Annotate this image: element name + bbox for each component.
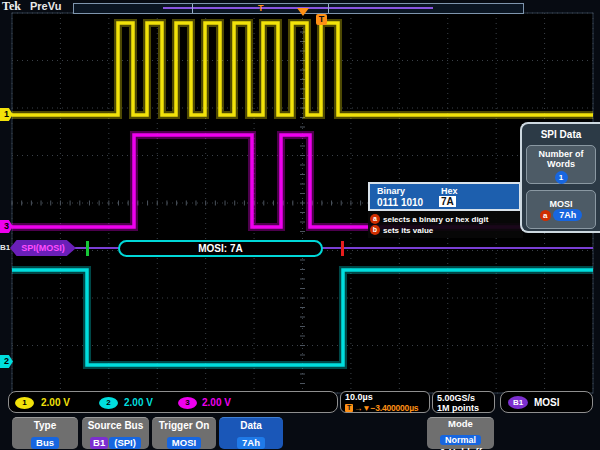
knob-hints: a selects a binary or hex digit b sets i… [368, 211, 523, 238]
timebase-scale: 10.0µs [345, 393, 429, 402]
source-bus-value: (SPI) [109, 437, 141, 449]
expansion-point-caret-icon [297, 8, 309, 16]
side-menu-title: SPI Data [522, 129, 600, 140]
hint-row-b: b sets its value [370, 225, 523, 235]
knob-b-icon: b [370, 225, 380, 235]
window-bracket-left [192, 4, 193, 13]
trigger-delay-readout: T →▼−3.400000µs [345, 403, 429, 413]
bus-readout: B1 MOSI [500, 391, 593, 413]
source-bus-menu-button[interactable]: Source Bus B1(SPI) [82, 417, 149, 449]
mosi-value: 7Ah [553, 209, 582, 221]
mode-value: Normal [440, 435, 481, 445]
binary-hex-readout: Binary Hex 0111 1010 7A [368, 182, 521, 211]
ch2-badge: 2 [99, 397, 118, 409]
ch3-badge: 3 [178, 397, 197, 409]
ch3-scale: 2.00 V [202, 397, 231, 408]
mode-title: Mode [427, 418, 494, 429]
bus-b1-badge: B1 [508, 396, 528, 409]
tek-logo: Tek [2, 0, 21, 14]
trigger-t-icon: T [345, 404, 353, 412]
frame-end-marker [341, 241, 344, 256]
bus-id-label: B1 [0, 243, 10, 252]
sample-rate: 5.00GS/s [437, 393, 494, 403]
hex-value-highlighted: 7A [439, 196, 456, 207]
window-bracket-right [328, 4, 329, 13]
data-title: Data [219, 420, 283, 432]
bus-signal-name: MOSI [534, 397, 560, 408]
oscilloscope-screen: Tek PreVu T T 1 3 2 B1 SPI(MOSI) MOSI: 7… [0, 0, 600, 450]
acquisition-readout: 5.00GS/s 1M points [432, 391, 495, 413]
trigger-on-title: Trigger On [152, 420, 216, 432]
mode-menu-button[interactable]: Mode Normal & Holdoff [427, 417, 494, 449]
type-value: Bus [31, 437, 59, 449]
trigger-on-value: MOSI [167, 437, 201, 449]
number-of-words-value: 1 [555, 171, 568, 184]
number-of-words-button[interactable]: Number of Words 1 [526, 145, 596, 184]
binary-value: 0111 1010 [377, 197, 423, 208]
source-bus-title: Source Bus [82, 420, 149, 432]
record-length: 1M points [437, 403, 494, 413]
bus-name-tag: SPI(MOSI) [10, 240, 76, 256]
timebase-readout: 10.0µs T →▼−3.400000µs [340, 391, 430, 413]
hex-label: Hex [441, 186, 458, 196]
bus-decode-value-box: MOSI: 7A [118, 240, 323, 257]
number-of-words-label: Number of Words [539, 149, 584, 169]
knob-a-icon: a [370, 214, 380, 224]
knob-b-hint: sets its value [383, 226, 433, 235]
trigger-position-marker: T [316, 14, 327, 25]
knob-a-hint: selects a binary or hex digit [383, 215, 488, 224]
trigger-on-menu-button[interactable]: Trigger On MOSI [152, 417, 216, 449]
mosi-label: MOSI [549, 199, 572, 209]
binary-label: Binary [377, 186, 405, 196]
ch1-badge: 1 [15, 397, 34, 409]
trigger-delay-value: →▼−3.400000µs [354, 403, 418, 413]
type-title: Type [12, 420, 78, 432]
channel-scale-readouts: 1 2.00 V 2 2.00 V 3 2.00 V [8, 391, 338, 413]
data-value: 7Ah [237, 437, 265, 449]
acquisition-mode-label: PreVu [30, 0, 61, 12]
data-entry-popup: Binary Hex 0111 1010 7A a selects a bina… [368, 182, 521, 238]
data-menu-button-selected[interactable]: Data 7Ah [219, 417, 283, 449]
frame-start-marker [86, 241, 89, 256]
knob-a-icon: a [540, 210, 551, 221]
ch2-scale: 2.00 V [124, 397, 153, 408]
type-menu-button[interactable]: Type Bus [12, 417, 78, 449]
record-trigger-marker: T [258, 3, 264, 13]
hint-row-a: a selects a binary or hex digit [370, 214, 523, 224]
ch1-scale: 2.00 V [41, 397, 70, 408]
source-bus-b1-badge: B1 [90, 437, 108, 449]
mosi-value-button[interactable]: MOSI a 7Ah [526, 190, 596, 229]
spi-data-side-menu: SPI Data Number of Words 1 MOSI a 7Ah [520, 122, 600, 233]
